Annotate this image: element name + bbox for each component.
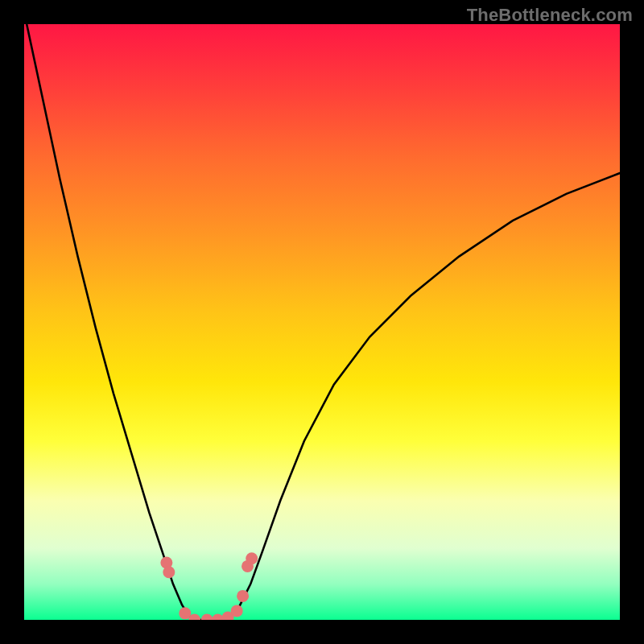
chart-svg (24, 24, 620, 620)
marker-point (246, 552, 258, 564)
marker-point (231, 605, 243, 617)
marker-point (163, 566, 175, 578)
watermark-label: TheBottleneck.com (467, 5, 633, 26)
chart-background (24, 24, 620, 620)
chart-plot-area (24, 24, 620, 620)
marker-point (237, 590, 249, 602)
